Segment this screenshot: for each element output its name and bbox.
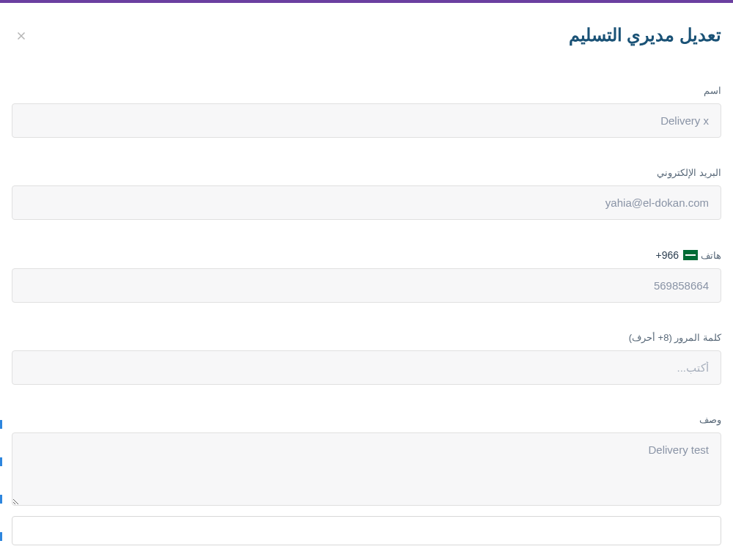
modal-header: تعديل مديري التسليم bbox=[12, 25, 721, 48]
side-indicator bbox=[0, 532, 2, 541]
name-label: اسم bbox=[12, 85, 721, 96]
password-input[interactable] bbox=[12, 350, 721, 385]
side-indicator bbox=[0, 495, 2, 504]
close-icon bbox=[15, 29, 28, 43]
password-field-group: كلمة المرور (8+ أحرف) bbox=[12, 332, 721, 385]
description-label: وصف bbox=[12, 414, 721, 425]
close-button[interactable] bbox=[12, 25, 31, 48]
phone-input[interactable] bbox=[12, 268, 721, 303]
phone-label: هاتف bbox=[701, 250, 721, 261]
description-field-group: وصف Delivery test bbox=[12, 414, 721, 509]
extra-field[interactable] bbox=[12, 516, 721, 545]
saudi-flag-icon bbox=[683, 250, 698, 260]
name-field-group: اسم bbox=[12, 85, 721, 138]
email-field-group: البريد الإلكتروني bbox=[12, 167, 721, 220]
email-label: البريد الإلكتروني bbox=[12, 167, 721, 178]
country-code: +966 bbox=[655, 249, 679, 261]
side-indicator bbox=[0, 420, 2, 429]
phone-field-group: هاتف +966 bbox=[12, 249, 721, 303]
password-label: كلمة المرور (8+ أحرف) bbox=[12, 332, 721, 343]
description-textarea[interactable]: Delivery test bbox=[12, 432, 721, 506]
modal-title: تعديل مديري التسليم bbox=[569, 25, 721, 45]
name-input[interactable] bbox=[12, 103, 721, 138]
side-indicator bbox=[0, 457, 2, 466]
email-input[interactable] bbox=[12, 185, 721, 220]
phone-label-row: هاتف +966 bbox=[12, 249, 721, 261]
edit-delivery-manager-modal: تعديل مديري التسليم اسم البريد الإلكترون… bbox=[0, 3, 733, 560]
